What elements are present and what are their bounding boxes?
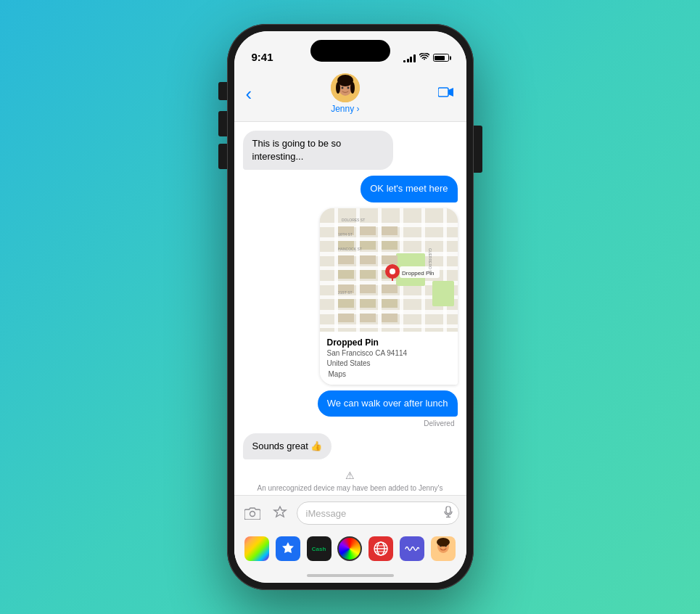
svg-rect-28 — [360, 226, 376, 235]
svg-text:16TH ST: 16TH ST — [338, 232, 353, 237]
contact-name: Jenny — [331, 104, 359, 114]
message-row: This is going to be so interesting... — [243, 131, 458, 170]
video-call-button[interactable] — [438, 86, 454, 102]
svg-text:GUERRERO ST: GUERRERO ST — [428, 248, 432, 275]
svg-rect-32 — [382, 241, 398, 250]
svg-rect-20 — [356, 208, 360, 332]
input-bar: iMessage — [234, 495, 466, 531]
message-input[interactable]: iMessage — [297, 502, 459, 525]
circle-app-icon[interactable] — [337, 536, 362, 561]
status-icons — [403, 52, 449, 63]
svg-rect-33 — [338, 255, 354, 264]
incoming-bubble[interactable]: This is going to be so interesting... — [243, 131, 393, 170]
svg-rect-18 — [320, 324, 458, 328]
svg-rect-42 — [338, 299, 354, 308]
svg-rect-44 — [382, 299, 398, 308]
message-text: We can walk over after lunch — [327, 398, 448, 409]
signal-icon — [403, 54, 416, 62]
warning-icon: ⚠ — [345, 470, 355, 481]
svg-point-57 — [250, 512, 255, 517]
mute-switch[interactable] — [218, 82, 227, 100]
power-button[interactable] — [474, 126, 482, 173]
svg-rect-9 — [438, 88, 448, 97]
map-image: Dropped Pin 16TH ST HANCOCK ST 21ST ST G… — [320, 208, 458, 332]
svg-rect-12 — [320, 237, 458, 241]
volume-up-button[interactable] — [218, 111, 227, 136]
map-attachment-row: Dropped Pin 16TH ST HANCOCK ST 21ST ST G… — [243, 208, 458, 385]
avatar — [331, 73, 360, 102]
battery-icon — [433, 54, 449, 62]
svg-text:DOLORES ST: DOLORES ST — [342, 218, 365, 222]
mic-button[interactable] — [444, 507, 453, 520]
map-source: Maps — [327, 370, 450, 378]
delivery-status: Delivered — [243, 419, 458, 427]
security-text: An unrecognized device may have been add… — [258, 483, 443, 495]
dynamic-island — [310, 40, 390, 62]
svg-rect-37 — [360, 270, 376, 279]
home-bar — [307, 574, 394, 577]
navigation-bar: ‹ — [234, 69, 466, 122]
svg-rect-31 — [360, 241, 376, 250]
svg-rect-36 — [338, 270, 354, 279]
app-drawer: Cash — [234, 531, 466, 571]
svg-point-71 — [437, 538, 450, 547]
message-row: Sounds great 👍 — [243, 433, 458, 459]
svg-rect-41 — [382, 285, 398, 293]
map-pin-title: Dropped Pin — [327, 337, 450, 348]
svg-point-6 — [338, 76, 353, 86]
svg-point-8 — [347, 87, 349, 89]
audio-app-icon[interactable] — [400, 536, 424, 561]
apple-cash-icon[interactable]: Cash — [307, 536, 332, 561]
messages-list: This is going to be so interesting... OK… — [234, 122, 466, 495]
phone-screen: 9:41 — [234, 31, 466, 583]
svg-rect-45 — [338, 314, 354, 322]
camera-button[interactable] — [242, 502, 263, 524]
svg-rect-26 — [432, 281, 454, 306]
security-notice: ⚠ An unrecognized device may have been a… — [243, 465, 458, 495]
back-button[interactable]: ‹ — [246, 83, 252, 105]
svg-point-49 — [390, 269, 395, 274]
map-bubble[interactable]: Dropped Pin 16TH ST HANCOCK ST 21ST ST G… — [320, 208, 458, 385]
svg-rect-29 — [382, 226, 398, 235]
phone-frame: 9:41 — [227, 24, 474, 590]
volume-down-button[interactable] — [218, 144, 227, 169]
home-indicator — [234, 571, 466, 583]
photos-app-icon[interactable] — [244, 536, 269, 561]
input-placeholder: iMessage — [306, 508, 347, 519]
svg-rect-21 — [378, 208, 382, 332]
incoming-bubble[interactable]: Sounds great 👍 — [243, 433, 332, 459]
svg-rect-58 — [446, 507, 450, 514]
message-row: OK let's meet here — [243, 176, 458, 202]
svg-rect-24 — [443, 208, 447, 332]
svg-rect-35 — [382, 255, 398, 264]
svg-text:HANCOCK ST: HANCOCK ST — [338, 247, 362, 251]
map-address: San Francisco CA 94114 United States — [327, 348, 450, 369]
svg-rect-43 — [360, 299, 376, 308]
message-text: Sounds great 👍 — [252, 441, 323, 451]
svg-text:21ST ST: 21ST ST — [338, 290, 353, 295]
outgoing-bubble[interactable]: We can walk over after lunch — [318, 390, 458, 417]
wifi-icon — [419, 52, 429, 63]
map-info: Dropped Pin San Francisco CA 94114 Unite… — [320, 332, 458, 385]
memoji-app-icon[interactable] — [431, 536, 456, 561]
outgoing-bubble[interactable]: OK let's meet here — [361, 176, 457, 202]
svg-rect-47 — [382, 314, 398, 322]
svg-rect-40 — [360, 285, 376, 293]
svg-point-7 — [341, 87, 343, 89]
message-text: This is going to be so interesting... — [252, 138, 342, 162]
message-row: We can walk over after lunch — [243, 390, 458, 417]
svg-rect-34 — [360, 255, 376, 264]
svg-rect-19 — [334, 208, 338, 332]
appstore-button[interactable] — [269, 502, 291, 524]
message-text: OK let's meet here — [370, 183, 448, 194]
contact-info[interactable]: Jenny — [331, 73, 360, 114]
appstore-app-icon[interactable] — [276, 536, 300, 561]
svg-rect-46 — [360, 314, 376, 322]
globe-app-icon[interactable] — [368, 536, 393, 561]
